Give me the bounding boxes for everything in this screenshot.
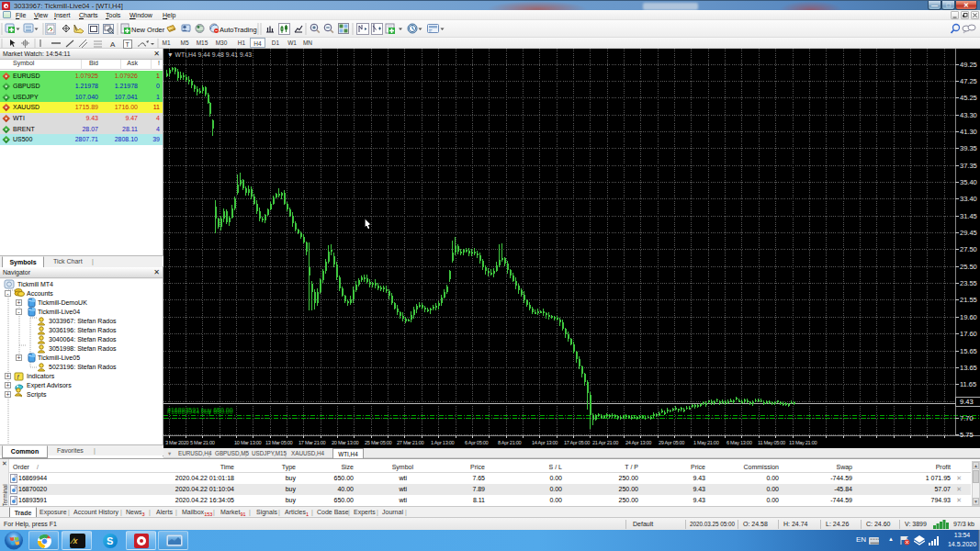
- svg-text:New Order: New Order: [131, 26, 165, 34]
- svg-text:10 Mar 13:00: 10 Mar 13:00: [234, 440, 262, 445]
- svg-text:S: S: [107, 535, 113, 546]
- svg-text:29.45: 29.45: [960, 229, 977, 237]
- svg-text:21.55: 21.55: [960, 296, 977, 304]
- svg-text:17 Mar 21:00: 17 Mar 21:00: [299, 440, 326, 445]
- svg-text:35.40: 35.40: [960, 178, 977, 186]
- svg-text:19.60: 19.60: [960, 313, 977, 321]
- svg-text:5.75: 5.75: [960, 431, 974, 439]
- svg-text:39.35: 39.35: [960, 144, 977, 152]
- svg-text:15.65: 15.65: [960, 347, 977, 355]
- svg-text:13.65: 13.65: [960, 364, 977, 372]
- svg-text:17 Apr 05:00: 17 Apr 05:00: [564, 440, 590, 445]
- svg-text:T: T: [126, 41, 130, 48]
- svg-text:21 Apr 21:00: 21 Apr 21:00: [592, 440, 618, 445]
- svg-text:1 May 21:00: 1 May 21:00: [693, 440, 719, 445]
- svg-text:#16869944 buy 650.00: #16869944 buy 650.00: [167, 409, 233, 416]
- svg-text:37.35: 37.35: [960, 162, 977, 170]
- svg-text:9.43: 9.43: [960, 398, 974, 406]
- svg-text:41.30: 41.30: [960, 128, 977, 136]
- svg-text:5 Mar 21:00: 5 Mar 21:00: [190, 440, 215, 445]
- svg-text:49.25: 49.25: [960, 61, 977, 69]
- svg-text:7.70: 7.70: [960, 414, 974, 422]
- svg-text:8 Apr 21:00: 8 Apr 21:00: [498, 440, 522, 445]
- svg-text:11 May 05:00: 11 May 05:00: [758, 440, 785, 445]
- svg-text:29 Apr 05:00: 29 Apr 05:00: [659, 440, 684, 445]
- svg-text:43.30: 43.30: [960, 111, 977, 119]
- svg-text:1 Apr 13:00: 1 Apr 13:00: [431, 440, 455, 445]
- svg-text:27 Mar 21:00: 27 Mar 21:00: [397, 440, 424, 445]
- svg-text:25 Mar 05:00: 25 Mar 05:00: [365, 440, 392, 445]
- svg-text:31.45: 31.45: [960, 212, 977, 220]
- svg-text:▼ WTI,H4 9.44 9.48 9.41 9.43: ▼ WTI,H4 9.44 9.48 9.41 9.43: [167, 51, 252, 58]
- svg-text:17.60: 17.60: [960, 330, 977, 338]
- svg-text:45.25: 45.25: [960, 94, 977, 102]
- svg-text:25.50: 25.50: [960, 263, 977, 271]
- svg-text:6 May 13:00: 6 May 13:00: [727, 440, 752, 445]
- svg-text:11.65: 11.65: [960, 380, 976, 388]
- svg-text:13 Mar 05:00: 13 Mar 05:00: [265, 440, 293, 445]
- svg-text:6 Apr 05:00: 6 Apr 05:00: [465, 440, 489, 445]
- svg-text:24 Apr 13:00: 24 Apr 13:00: [625, 440, 651, 445]
- svg-text:13 May 21:00: 13 May 21:00: [789, 440, 817, 445]
- svg-text:14 Apr 13:00: 14 Apr 13:00: [532, 440, 558, 445]
- svg-text:27.50: 27.50: [960, 245, 977, 253]
- svg-text:23.55: 23.55: [960, 279, 977, 287]
- svg-text:33.40: 33.40: [960, 195, 977, 203]
- svg-text:47.25: 47.25: [960, 77, 977, 85]
- svg-text:20 Mar 13:00: 20 Mar 13:00: [332, 440, 359, 445]
- svg-text:A: A: [110, 40, 116, 49]
- svg-text:AutoTrading: AutoTrading: [220, 26, 257, 34]
- svg-text:3 Mar 2020: 3 Mar 2020: [165, 440, 188, 445]
